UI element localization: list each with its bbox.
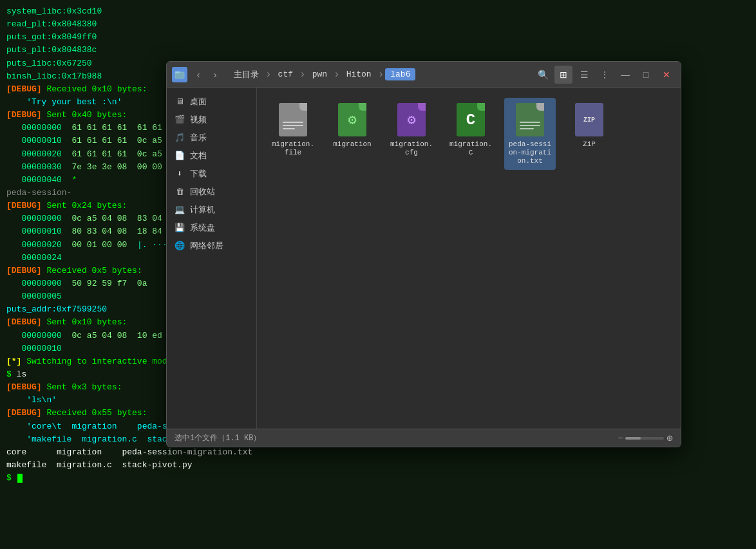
breadcrumb-sep: › [265,69,272,80]
file-icon-gray-doc [278,102,308,138]
sidebar-label-trash: 回收站 [190,186,215,198]
sidebar-label-docs: 文档 [190,150,207,162]
breadcrumb-home[interactable]: 主目录 [229,68,264,82]
breadcrumb-sep2: › [299,69,306,80]
sidebar-item-docs[interactable]: 📄 文档 [167,147,256,165]
sidebar-item-music[interactable]: 🎵 音乐 [167,129,256,147]
file-icon-green-gear: ⚙ [337,102,368,138]
ls-output1: core migration peda-session-migration.tx… [6,446,750,459]
status-selection: 选中1个文件（1.1 KB） [175,433,261,443]
file-name-migration: migration [333,140,371,149]
close-button[interactable]: ✕ [657,66,676,84]
breadcrumb-lab6[interactable]: lab6 [385,68,415,80]
zoom-max-icon[interactable]: ⊕ [666,432,673,445]
zoom-bar[interactable] [625,437,664,440]
breadcrumb-ctf[interactable]: ctf [273,68,298,80]
sidebar-item-network[interactable]: 🌐 网络邻居 [167,237,256,255]
computer-icon: 💻 [175,205,185,215]
file-icon-purple-gear: ⚙ [396,102,427,138]
video-icon: 🎬 [175,115,185,125]
svg-rect-1 [175,71,180,73]
statusbar: 选中1个文件（1.1 KB） — ⊕ [167,429,681,447]
sidebar-item-trash[interactable]: 🗑 回收站 [167,183,256,201]
sidebar-item-downloads[interactable]: ⬇ 下载 [167,165,256,183]
file-name-zip: ZiP [583,140,596,149]
ls-output2: makefile migration.c stack-pivot.py [6,459,750,472]
sidebar-item-video[interactable]: 🎬 视频 [167,111,256,129]
forward-button[interactable]: › [207,67,223,82]
breadcrumb-pwn[interactable]: pwn [307,68,332,80]
file-manager-window: ‹ › 主目录 › ctf › pwn › Hiton › lab6 🔍 ⊞ ☰… [166,61,681,447]
downloads-icon: ⬇ [175,169,185,179]
file-name-migration-cfg: migration.cfg [388,140,435,157]
trash-icon: 🗑 [175,187,185,197]
back-button[interactable]: ‹ [191,67,206,82]
sidebar-item-computer[interactable]: 💻 计算机 [167,201,256,219]
sidebar-label-desktop: 桌面 [190,96,207,107]
search-button[interactable]: 🔍 [534,66,552,84]
file-name-migration-file: migration.file [270,140,316,157]
file-icon-peda-session [515,102,545,138]
sidebar-label-downloads: 下载 [190,168,207,180]
zoom-control: — ⊕ [618,432,673,445]
sidebar-label-video: 视频 [190,114,207,126]
sidebar: 🖥 桌面 🎬 视频 🎵 音乐 📄 文档 ⬇ 下载 🗑 回收站 [167,88,257,429]
file-manager-titlebar: ‹ › 主目录 › ctf › pwn › Hiton › lab6 🔍 ⊞ ☰… [167,62,681,88]
terminal-line: puts_plt:0x804838c [6,44,750,57]
sidebar-item-system[interactable]: 💾 系统盘 [167,219,256,237]
breadcrumb: 主目录 › ctf › pwn › Hiton › lab6 [229,68,529,82]
breadcrumb-sep3: › [334,69,340,80]
system-icon: 💾 [175,223,185,233]
zoom-fill [625,437,641,440]
list-view-button[interactable]: ☰ [575,66,593,84]
sidebar-label-network: 网络邻居 [190,240,223,252]
terminal-line: puts_got:0x8049ff0 [6,31,750,44]
file-name-migration-c: migration.C [448,140,494,157]
sidebar-label-computer: 计算机 [190,204,215,216]
toolbar-right: 🔍 ⊞ ☰ ⋮ — □ ✕ [534,66,676,84]
zoom-min-icon[interactable]: — [618,434,623,443]
terminal-prompt2[interactable]: $ [6,472,750,485]
grid-view-button[interactable]: ⊞ [554,66,572,84]
sidebar-label-system: 系统盘 [190,222,215,234]
minimize-button[interactable]: — [616,66,634,84]
music-icon: 🎵 [175,133,185,143]
maximize-button[interactable]: □ [637,66,655,84]
breadcrumb-sep4: › [378,69,384,80]
file-icon-green-c: C [455,102,486,138]
file-item-migration-cfg[interactable]: ⚙ migration.cfg [386,98,437,170]
file-name-peda-session: peda-session-migration.txt [507,140,553,166]
file-icon-zip: ZIP [574,102,605,138]
sidebar-label-music: 音乐 [190,132,207,144]
docs-icon: 📄 [175,151,185,161]
file-manager-icon [172,67,187,82]
terminal-line: read_plt:0x8048380 [6,18,750,31]
sidebar-item-desktop[interactable]: 🖥 桌面 [167,93,256,111]
file-item-migration[interactable]: ⚙ migration [326,98,378,170]
file-grid: migration.file ⚙ migration ⚙ migration.c… [257,88,681,429]
file-item-peda-session[interactable]: peda-session-migration.txt [504,98,556,170]
file-item-zip[interactable]: ZIP ZiP [563,98,615,170]
desktop-icon: 🖥 [175,97,185,107]
network-icon: 🌐 [175,241,185,251]
file-manager-content: 🖥 桌面 🎬 视频 🎵 音乐 📄 文档 ⬇ 下载 🗑 回收站 [167,88,681,429]
file-item-migration-c[interactable]: C migration.C [445,98,496,170]
file-item-migration-file[interactable]: migration.file [267,98,319,170]
menu-button[interactable]: ⋮ [596,66,614,84]
breadcrumb-hiton[interactable]: Hiton [341,68,377,80]
terminal-line: system_libc:0x3cd10 [6,5,750,18]
